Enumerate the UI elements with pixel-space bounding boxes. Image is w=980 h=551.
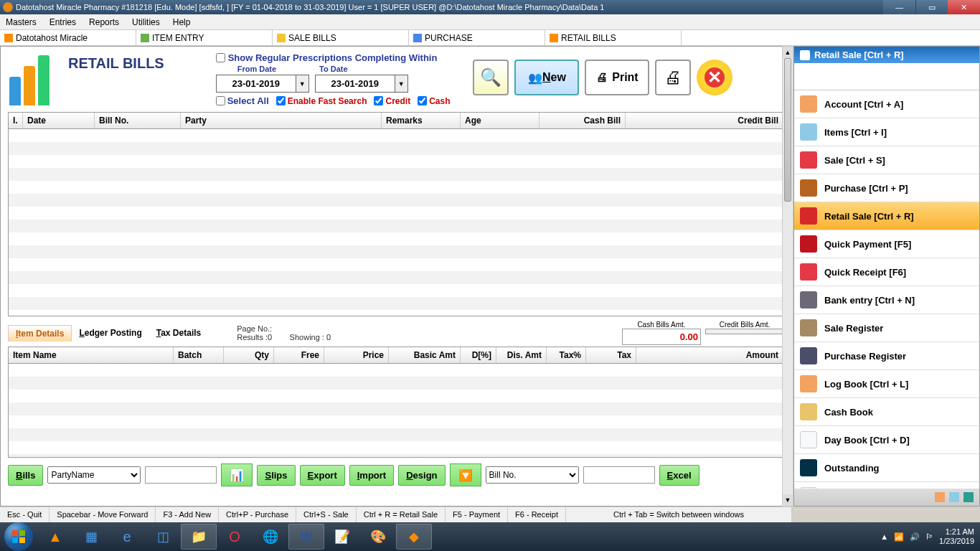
taskbar-opera-icon[interactable]: O	[217, 524, 253, 550]
nav-outstanding[interactable]: Outstanding	[794, 454, 979, 482]
nav-purchase-register[interactable]: Purchase Register	[794, 342, 979, 370]
credit-checkbox[interactable]: Credit	[374, 95, 410, 106]
bills-grid-body[interactable]	[9, 129, 783, 316]
taskbar-word-icon[interactable]: W	[288, 524, 324, 550]
taskbar-explorer-icon[interactable]: 📁	[181, 524, 217, 550]
tab-retail-bills[interactable]: RETAIL BILLS	[545, 30, 682, 45]
select-all-checkbox[interactable]: Select All	[216, 95, 269, 106]
tab-home[interactable]: Datotahost Miracle	[0, 30, 136, 45]
col-date[interactable]: Date	[23, 113, 95, 128]
nav-quick-payment[interactable]: Quick Payment [F5]	[794, 230, 979, 258]
party-filter-input[interactable]	[145, 466, 217, 484]
col-basicamt[interactable]: Basic Amt	[389, 347, 461, 363]
filter-icon-button[interactable]: 🔽	[450, 463, 481, 486]
menu-entries[interactable]: Entries	[50, 17, 76, 27]
new-button[interactable]: 👥 New	[514, 60, 579, 95]
col-creditbill[interactable]: Credit Bill	[626, 113, 783, 128]
window-close-button[interactable]: ✕	[948, 0, 980, 14]
tray-network-icon[interactable]: 📶	[894, 532, 904, 542]
billno-filter-input[interactable]	[583, 466, 655, 484]
col-age[interactable]: Age	[461, 113, 540, 128]
taskbar-ie-icon[interactable]: e	[109, 524, 145, 550]
taskbar-app1-icon[interactable]: ▦	[73, 524, 109, 550]
from-date-dropdown[interactable]: ▼	[296, 75, 308, 92]
print-button[interactable]: 🖨 Print	[585, 60, 649, 95]
design-button[interactable]: Design	[398, 465, 445, 486]
nav-cash-book[interactable]: Cash Book	[794, 398, 979, 426]
item-details-body[interactable]	[9, 364, 783, 457]
show-prescriptions-checkbox[interactable]: Show Regular Prescriptions Completing Wi…	[216, 52, 451, 63]
partyname-select[interactable]: PartyName	[47, 466, 141, 484]
tab-purchase[interactable]: PURCHASE	[409, 30, 545, 45]
slips-button[interactable]: Slips	[257, 465, 295, 486]
tray-time[interactable]: 1:21 AM	[939, 527, 974, 537]
col-dpct[interactable]: D[%]	[461, 347, 496, 363]
scroll-down-arrow[interactable]: ▼	[783, 494, 793, 506]
scroll-thumb[interactable]	[784, 58, 791, 202]
col-free[interactable]: Free	[274, 347, 324, 363]
col-qty[interactable]: Qty	[224, 347, 274, 363]
window-minimize-button[interactable]: —	[883, 0, 915, 14]
from-date-input[interactable]	[217, 75, 296, 92]
col-cashbill[interactable]: Cash Bill	[540, 113, 626, 128]
nav-purchase[interactable]: Purchase [Ctrl + P]	[794, 174, 979, 202]
menu-help[interactable]: Help	[173, 17, 191, 27]
close-button[interactable]: ✕	[697, 60, 732, 95]
taskbar-vlc-icon[interactable]: ▲	[37, 524, 73, 550]
nav-account[interactable]: Account [Ctrl + A]	[794, 90, 979, 118]
taskbar-paint-icon[interactable]: 🎨	[360, 524, 396, 550]
window-maximize-button[interactable]: ▭	[915, 0, 948, 14]
col-amount[interactable]: Amount	[636, 347, 783, 363]
cash-checkbox[interactable]: Cash	[418, 95, 450, 106]
taskbar-chrome-icon[interactable]: 🌐	[253, 524, 288, 550]
footer-icon-3[interactable]	[963, 492, 974, 502]
nav-quick-receipt[interactable]: Quick Receipt [F6]	[794, 258, 979, 286]
tab-ledger-posting[interactable]: Ledger Posting	[72, 325, 149, 341]
tab-tax-details[interactable]: Tax Details	[149, 325, 209, 341]
taskbar-miracle-icon[interactable]: ◆	[396, 524, 432, 550]
nav-items[interactable]: Items [Ctrl + I]	[794, 118, 979, 146]
import-button[interactable]: Import	[349, 465, 394, 486]
menu-utilities[interactable]: Utilities	[132, 17, 160, 27]
billno-select[interactable]: Bill No.	[486, 466, 579, 484]
col-disamt[interactable]: Dis. Amt	[496, 347, 547, 363]
menu-masters[interactable]: Masters	[6, 17, 37, 27]
sort-icon-button[interactable]: 📊	[221, 463, 253, 486]
col-party[interactable]: Party	[181, 113, 382, 128]
nav-day-book[interactable]: Day Book [Ctrl + D]	[794, 426, 979, 454]
nav-retail-sale[interactable]: Retail Sale [Ctrl + R]	[794, 202, 979, 230]
col-tax[interactable]: Tax	[586, 347, 636, 363]
nav-bank-entry[interactable]: Bank entry [Ctrl + N]	[794, 286, 979, 314]
col-itemname[interactable]: Item Name	[9, 347, 174, 363]
search-button[interactable]: 🔍	[473, 60, 509, 95]
col-remarks[interactable]: Remarks	[382, 113, 461, 128]
to-date-input[interactable]	[316, 75, 395, 92]
taskbar-app2-icon[interactable]: ◫	[145, 524, 181, 550]
to-date-dropdown[interactable]: ▼	[395, 75, 407, 92]
col-index[interactable]: I.	[9, 113, 23, 128]
nav-sale-register[interactable]: Sale Register	[794, 314, 979, 342]
tray-volume-icon[interactable]: 🔊	[910, 532, 920, 542]
menu-reports[interactable]: Reports	[89, 17, 119, 27]
printer-icon-button[interactable]: 🖨	[655, 60, 691, 95]
col-billno[interactable]: Bill No.	[95, 113, 181, 128]
tray-flag-icon[interactable]: 🏳	[925, 532, 933, 541]
col-batch[interactable]: Batch	[174, 347, 224, 363]
start-button[interactable]	[4, 522, 33, 551]
export-button[interactable]: Export	[300, 465, 345, 486]
col-price[interactable]: Price	[324, 347, 389, 363]
tray-show-hidden-icon[interactable]: ▲	[880, 532, 888, 541]
nav-search-area[interactable]	[794, 63, 979, 90]
taskbar-notes-icon[interactable]: 📝	[324, 524, 360, 550]
tab-sale-bills[interactable]: SALE BILLS	[273, 30, 409, 45]
footer-icon-1[interactable]	[935, 492, 945, 502]
tray-date[interactable]: 1/23/2019	[939, 537, 974, 546]
nav-log-book[interactable]: Log Book [Ctrl + L]	[794, 370, 979, 398]
fast-search-checkbox[interactable]: Enable Fast Search	[276, 95, 367, 106]
col-taxpct[interactable]: Tax%	[547, 347, 586, 363]
excel-button[interactable]: Excel	[659, 465, 699, 486]
footer-icon-2[interactable]	[949, 492, 959, 502]
scroll-up-arrow[interactable]: ▲	[783, 47, 793, 58]
nav-sale[interactable]: Sale [Ctrl + S]	[794, 146, 979, 174]
bills-button[interactable]: Bills	[8, 465, 43, 486]
